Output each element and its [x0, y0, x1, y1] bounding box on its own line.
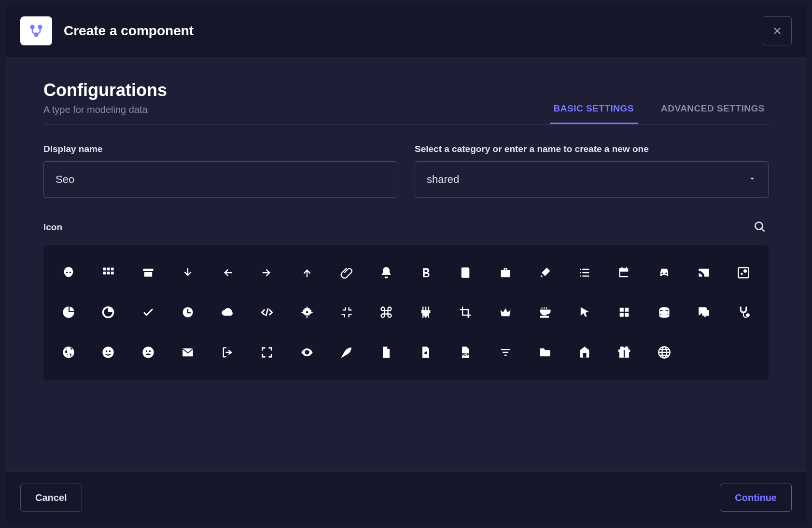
config-titles: Configurations A type for modeling data — [43, 80, 167, 124]
crown-icon[interactable] — [488, 295, 523, 330]
doctor-icon[interactable] — [726, 295, 761, 330]
bold-icon[interactable] — [408, 255, 443, 290]
svg-point-6 — [741, 273, 743, 275]
earth-icon[interactable] — [51, 334, 86, 369]
chevron-down-icon — [748, 173, 756, 186]
cancel-button[interactable]: Cancel — [20, 484, 82, 512]
tab-advanced-settings[interactable]: ADVANCED SETTINGS — [657, 95, 769, 124]
svg-point-31 — [106, 350, 108, 352]
svg-rect-19 — [428, 307, 429, 310]
arrow-right-icon[interactable] — [250, 255, 284, 290]
svg-point-34 — [145, 350, 147, 352]
connector-icon[interactable] — [408, 295, 443, 330]
clock-icon[interactable] — [170, 295, 205, 330]
emotion-happy-icon[interactable] — [91, 334, 126, 369]
svg-rect-5 — [739, 268, 749, 278]
svg-point-27 — [659, 314, 669, 318]
book-icon[interactable] — [448, 255, 483, 290]
arrow-down-icon[interactable] — [170, 255, 205, 290]
svg-rect-23 — [421, 310, 431, 314]
folder-icon[interactable] — [528, 334, 562, 369]
brush-icon[interactable] — [528, 255, 562, 290]
feather-icon[interactable] — [329, 334, 364, 369]
code-icon[interactable] — [250, 295, 284, 330]
modal-title: Create a component — [64, 23, 194, 39]
svg-rect-17 — [422, 307, 423, 310]
file-icon[interactable] — [369, 334, 404, 369]
category-selected-value: shared — [427, 173, 459, 186]
svg-point-1 — [39, 26, 42, 29]
briefcase-icon[interactable] — [488, 255, 523, 290]
close-button[interactable] — [763, 16, 792, 45]
arrow-left-icon[interactable] — [210, 255, 245, 290]
emotion-unhappy-icon[interactable] — [130, 334, 165, 369]
grid-icon[interactable] — [91, 255, 126, 290]
command-icon[interactable] — [369, 295, 404, 330]
header-left: Create a component — [20, 16, 194, 45]
config-title: Configurations — [43, 80, 167, 100]
svg-rect-4 — [462, 268, 469, 278]
collapse-icon[interactable] — [329, 295, 364, 330]
eye-icon[interactable] — [289, 334, 324, 369]
svg-point-32 — [109, 350, 111, 352]
alien-icon[interactable] — [51, 255, 86, 290]
svg-point-29 — [63, 347, 74, 358]
archive-icon[interactable] — [130, 255, 165, 290]
file-error-icon[interactable] — [408, 334, 443, 369]
svg-rect-22 — [428, 314, 429, 318]
search-icon — [753, 220, 766, 233]
calendar-icon[interactable] — [607, 255, 642, 290]
filter-icon[interactable] — [488, 334, 523, 369]
car-icon[interactable] — [647, 255, 682, 290]
cog-icon[interactable] — [289, 295, 324, 330]
svg-rect-21 — [425, 314, 426, 318]
discuss-icon[interactable] — [686, 295, 721, 330]
database-icon[interactable] — [647, 295, 682, 330]
continue-button[interactable]: Continue — [720, 484, 792, 512]
config-header: Configurations A type for modeling data … — [43, 80, 769, 125]
svg-rect-18 — [425, 307, 426, 310]
crop-icon[interactable] — [448, 295, 483, 330]
check-icon[interactable] — [130, 295, 165, 330]
settings-tabs: BASIC SETTINGS ADVANCED SETTINGS — [550, 95, 769, 124]
component-icon — [20, 16, 52, 45]
category-label: Select a category or enter a name to cre… — [415, 144, 769, 154]
attachment-icon[interactable] — [329, 255, 364, 290]
globe-icon[interactable] — [647, 334, 682, 369]
icon-label: Icon — [43, 222, 62, 233]
category-select[interactable]: shared — [415, 161, 769, 198]
svg-rect-41 — [624, 349, 625, 357]
bell-icon[interactable] — [369, 255, 404, 290]
display-name-field: Display name — [43, 144, 397, 198]
bullet-list-icon[interactable] — [567, 255, 602, 290]
svg-rect-13 — [306, 307, 307, 309]
svg-point-30 — [103, 347, 114, 358]
envelop-icon[interactable] — [170, 334, 205, 369]
cast-icon[interactable] — [686, 255, 721, 290]
chart-bubble-icon[interactable] — [726, 255, 761, 290]
svg-point-0 — [31, 26, 34, 29]
modal-header: Create a component — [5, 5, 807, 57]
modal-body: Configurations A type for modeling data … — [5, 57, 807, 472]
icon-search-button[interactable] — [750, 217, 769, 237]
svg-rect-20 — [422, 314, 423, 318]
cloud-icon[interactable] — [210, 295, 245, 330]
svg-point-28 — [746, 314, 748, 317]
exit-icon[interactable] — [210, 334, 245, 369]
arrow-up-icon[interactable] — [289, 255, 324, 290]
cup-icon[interactable] — [528, 295, 562, 330]
display-name-label: Display name — [43, 144, 397, 154]
chart-pie-icon[interactable] — [51, 295, 86, 330]
expand-icon[interactable] — [250, 334, 284, 369]
gift-icon[interactable] — [607, 334, 642, 369]
gate-icon[interactable] — [567, 334, 602, 369]
svg-rect-15 — [301, 312, 304, 313]
file-pdf-icon[interactable]: PDF — [448, 334, 483, 369]
cursor-icon[interactable] — [567, 295, 602, 330]
display-name-input[interactable] — [43, 161, 397, 198]
svg-point-26 — [659, 311, 669, 314]
modal: Create a component Configurations A type… — [5, 5, 807, 523]
tab-basic-settings[interactable]: BASIC SETTINGS — [550, 95, 638, 124]
dashboard-icon[interactable] — [607, 295, 642, 330]
chart-circle-icon[interactable] — [91, 295, 126, 330]
